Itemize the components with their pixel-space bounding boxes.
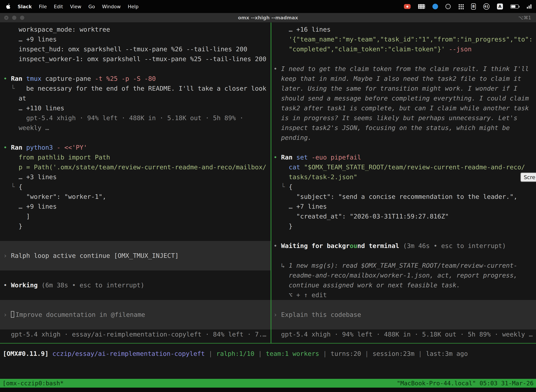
terminal-line: • Waiting for background terminal (3m 46… — [271, 241, 536, 251]
terminal-line: gpt-5.4 xhigh · 94% left · 488K in · 5.1… — [0, 113, 271, 123]
terminal-line: inspect_hud: omx sparkshell --tmux-pane … — [0, 44, 271, 54]
left-pane[interactable]: workspace_mode: worktree … +9 lines insp… — [0, 23, 271, 339]
prompt-line[interactable]: › Explain this codebase — [271, 310, 536, 320]
window-shortcut-label: ⌥⌘1 — [518, 15, 531, 20]
menu-status-icons: 8 61 A — [404, 3, 531, 10]
right-pane[interactable]: … +16 lines '{"team_name":"my-team","tas… — [271, 23, 536, 339]
tmux-session-label: [omx-cczip0:bash* — [2, 380, 64, 387]
terminal-blank-line — [0, 261, 271, 271]
terminal-blank-line — [0, 241, 271, 251]
traffic-lights: × — [4, 13, 24, 23]
terminal-line: … +9 lines — [0, 202, 271, 211]
terminal-line: • Working (6m 38s • esc to interrupt) — [0, 280, 271, 290]
terminal-line: keep that in mind. Maybe I also need the… — [271, 74, 536, 84]
terminal-line: } — [271, 221, 536, 231]
menu-item-file[interactable]: File — [39, 4, 47, 9]
terminal-line: workspace_mode: worktree — [0, 25, 271, 34]
terminal-line: ↳ 1 new msg(s): read $OMX_TEAM_STATE_ROO… — [271, 261, 536, 271]
terminal-blank-line — [0, 300, 271, 310]
menu-bar: SlackFileEditViewGoWindowHelp 8 61 A — [0, 0, 536, 13]
menu-items: SlackFileEditViewGoWindowHelp — [5, 3, 139, 10]
input-source-icon[interactable]: A — [497, 4, 503, 9]
blue-app-icon[interactable] — [432, 4, 438, 9]
terminal-line: gpt-5.4 xhigh · 94% left · 488K in · 5.1… — [271, 330, 536, 339]
terminal-blank-line — [271, 251, 536, 261]
terminal-blank-line — [0, 133, 271, 143]
menu-item-edit[interactable]: Edit — [54, 4, 63, 9]
terminal-line: "subject": "send a concise recommendatio… — [271, 192, 536, 202]
prompt-line[interactable]: › Ralph loop active continue [OMX_TMUX_I… — [0, 251, 271, 261]
menu-item-window[interactable]: Window — [102, 4, 121, 9]
terminal-line: inspect_worker-1: omx sparkshell --tmux-… — [0, 54, 271, 64]
terminal-line: ] — [0, 211, 271, 221]
terminal-blank-line — [0, 320, 271, 330]
screen: SlackFileEditViewGoWindowHelp 8 61 A × o… — [0, 0, 536, 392]
terminal-line: should send a message before completing … — [271, 93, 536, 103]
terminal-line: task2 after task1 is complete, but can I… — [271, 103, 536, 113]
terminal-line: at — [0, 93, 271, 103]
tmux-status-bar: [omx-cczip0:bash* "MacBook-Pro-44.local"… — [0, 379, 536, 387]
terminal-line: … +16 lines — [271, 25, 536, 34]
terminal-blank-line — [0, 271, 271, 280]
terminal-line: '{"team_name":"my-team","task_id":"1","f… — [271, 34, 536, 44]
terminal-blank-line — [271, 231, 536, 241]
terminal-line: • Ran python3 - <<'PY' — [0, 143, 271, 152]
terminal-line: ⌥ + ↑ edit — [271, 290, 536, 300]
terminal-line: "worker": "worker-1", — [0, 192, 271, 202]
menu-item-view[interactable]: View — [70, 4, 81, 9]
terminal-line: … +9 lines — [0, 34, 271, 44]
text-cursor — [11, 311, 14, 318]
terminal-blank-line — [0, 231, 271, 241]
dark-circle-app-icon[interactable] — [445, 4, 451, 9]
screen-recording-indicator-icon[interactable] — [404, 4, 411, 9]
terminal-line: p = Path('.omx/state/team/review-current… — [0, 162, 271, 172]
menu-item-go[interactable]: Go — [88, 4, 95, 9]
terminal-line: … +7 lines — [271, 202, 536, 211]
terminal-blank-line — [0, 64, 271, 74]
terminal-blank-line — [271, 54, 536, 64]
close-button[interactable]: × — [4, 16, 9, 20]
terminal-line: } — [0, 221, 271, 231]
horizontal-divider — [0, 343, 536, 344]
omx-status-line: [OMX#0.11.9] cczip/essay/ai-reimplementa… — [0, 349, 536, 359]
battery-icon[interactable] — [510, 5, 519, 9]
key-8-icon[interactable]: 8 — [471, 3, 476, 10]
terminal-line: "completed","claim_token":"claim-token"}… — [271, 44, 536, 54]
terminal-line: inspect task2's JSON, focusing on the st… — [271, 123, 536, 133]
menu-item-slack[interactable]: Slack — [18, 4, 32, 9]
window-title: omx --xhigh --madmax — [238, 15, 298, 20]
terminal-line: "created_at": "2026-03-31T11:59:27.816Z" — [271, 211, 536, 221]
keyboard-icon[interactable] — [418, 4, 425, 9]
menu-item-help[interactable]: Help — [128, 4, 139, 9]
terminal-panes: workspace_mode: worktree … +9 lines insp… — [0, 23, 536, 343]
terminal-line: is in progress? It seems likely but perh… — [271, 113, 536, 123]
terminal-line: … +3 lines — [0, 172, 271, 182]
terminal-line: from pathlib import Path — [0, 152, 271, 162]
terminal: workspace_mode: worktree … +9 lines insp… — [0, 23, 536, 379]
terminal-line: • Ran set -euo pipefail — [271, 152, 536, 162]
window-title-bar: × omx --xhigh --madmax ⌥⌘1 — [0, 13, 536, 23]
terminal-blank-line — [271, 143, 536, 152]
terminal-line: … +110 lines — [0, 103, 271, 113]
terminal-line: └ { — [0, 182, 271, 192]
terminal-line: gpt-5.4 xhigh · essay/ai-reimplementatio… — [0, 330, 271, 339]
terminal-line: weekly … — [0, 123, 271, 133]
prompt-line[interactable]: › Improve documentation in @filename — [0, 310, 271, 320]
dots-grid-icon[interactable] — [458, 4, 464, 9]
signal-icon[interactable] — [526, 5, 531, 9]
record-dot-icon — [407, 6, 408, 8]
tmux-host-clock-label: "MacBook-Pro-44.local" 05:03 31-Mar-26 — [397, 380, 534, 387]
terminal-line: readme-and-reco/mailbox/worker-1.json, a… — [271, 271, 536, 280]
screen-share-tooltip: Scre — [520, 173, 536, 182]
terminal-line: pending. — [271, 133, 536, 143]
terminal-line: • Ran tmux capture-pane -t %25 -p -S -80 — [0, 74, 271, 84]
terminal-line: └ { — [271, 182, 536, 192]
zoom-button[interactable] — [20, 16, 24, 20]
terminal-line: └ be necessary for the end of the README… — [0, 84, 271, 93]
terminal-line: • I need to get the claim token from the… — [271, 64, 536, 74]
minimize-button[interactable] — [12, 16, 16, 20]
apple-menu-icon[interactable] — [5, 3, 10, 10]
terminal-blank-line — [271, 320, 536, 330]
badge-61-icon[interactable]: 61 — [483, 3, 490, 10]
terminal-line: later. Using the same for transition mig… — [271, 84, 536, 93]
